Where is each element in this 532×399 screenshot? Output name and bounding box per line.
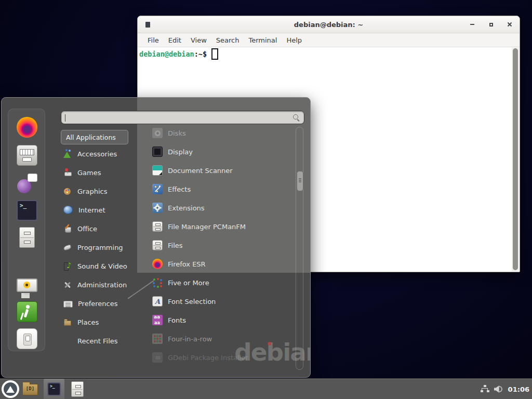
terminal-titlebar[interactable]: debian@debian: ~	[138, 16, 520, 33]
app-disks[interactable]: Disks	[137, 124, 296, 142]
font-selection-icon	[152, 296, 163, 307]
menu-button[interactable]	[2, 380, 19, 398]
category-administration[interactable]: Administration	[61, 275, 139, 294]
menu-search-input[interactable]	[61, 111, 292, 124]
terminal-icon	[47, 382, 61, 396]
file-manager-icon	[152, 221, 163, 232]
menu-help[interactable]: Help	[282, 34, 307, 47]
internet-icon	[63, 206, 73, 214]
favorites-panel	[8, 109, 45, 351]
log-out-icon[interactable]	[17, 301, 37, 322]
graphics-icon	[63, 187, 72, 196]
administration-icon	[63, 280, 72, 289]
sound-video-icon	[63, 261, 72, 271]
disks-icon	[152, 128, 163, 138]
category-places[interactable]: Places	[61, 313, 139, 331]
app-gdebi-package-installer[interactable]: GDebi Package Installer	[137, 348, 296, 367]
category-games[interactable]: Games	[61, 163, 139, 182]
four-in-a-row-icon	[152, 334, 163, 344]
menu-edit[interactable]: Edit	[164, 34, 186, 47]
pidgin-icon[interactable]	[17, 172, 37, 193]
taskbar-terminal-active[interactable]	[44, 379, 64, 399]
terminal-icon[interactable]	[17, 200, 37, 221]
category-programming[interactable]: Programming	[61, 238, 139, 257]
terminal-prompt: debian@debian:~$	[139, 48, 218, 60]
category-sound-video[interactable]: Sound & Video	[61, 257, 139, 275]
file-manager-icon[interactable]	[19, 227, 35, 248]
app-fonts[interactable]: Fonts	[137, 311, 296, 329]
app-display[interactable]: Display	[137, 142, 296, 161]
terminal-window-title: debian@debian: ~	[138, 21, 520, 29]
firefox-icon[interactable]	[17, 117, 37, 138]
games-icon	[63, 168, 72, 177]
menu-file[interactable]: File	[143, 34, 164, 47]
shut-down-icon[interactable]	[17, 328, 37, 349]
menu-search-box[interactable]	[61, 111, 304, 124]
document-scanner-icon	[152, 165, 163, 176]
desktop: debian@debian: ~ File Edit View Search T…	[0, 0, 532, 399]
app-files[interactable]: Files	[137, 236, 296, 255]
search-caret	[65, 114, 65, 122]
prompt-user-host: debian@debian	[139, 50, 194, 58]
app-font-selection[interactable]: Font Selection	[137, 292, 296, 311]
maximize-button[interactable]	[485, 19, 497, 30]
category-preferences[interactable]: Preferences	[61, 294, 139, 313]
files-icon	[152, 240, 163, 250]
application-list: Disks Display Document Scanner Effects E…	[137, 124, 296, 367]
volume-icon[interactable]	[494, 385, 503, 393]
category-list: Accessories Games Graphics Internet Offi…	[61, 144, 139, 350]
category-internet[interactable]: Internet	[61, 201, 139, 219]
category-accessories[interactable]: Accessories	[61, 144, 139, 163]
places-icon	[63, 317, 72, 327]
firefox-icon	[152, 259, 163, 269]
office-icon	[63, 224, 72, 233]
minimize-button[interactable]	[467, 19, 478, 30]
preferences-icon	[63, 301, 73, 308]
network-icon[interactable]	[481, 385, 489, 393]
folder-emblem: [D]	[23, 386, 37, 391]
effects-icon	[152, 184, 163, 194]
search-icon	[292, 113, 300, 122]
app-firefox-esr[interactable]: Firefox ESR	[137, 255, 296, 273]
menu-view[interactable]: View	[186, 34, 211, 47]
app-five-or-more[interactable]: Five or More	[137, 273, 296, 292]
app-file-manager-pcmanfm[interactable]: File Manager PCManFM	[137, 217, 296, 236]
category-recent-files[interactable]: Recent Files	[61, 331, 139, 350]
app-extensions[interactable]: Extensions	[137, 198, 296, 217]
clock[interactable]: 01:06	[508, 385, 529, 393]
terminal-menubar: File Edit View Search Terminal Help	[138, 33, 520, 47]
fonts-icon	[152, 315, 163, 325]
lock-screen-icon[interactable]	[17, 278, 37, 292]
display-icon	[152, 147, 163, 157]
gdebi-icon	[152, 352, 163, 363]
terminal-scrollbar-thumb[interactable]	[513, 48, 518, 270]
application-menu: debian All Applications Accessories	[1, 97, 311, 378]
package-manager-icon[interactable]	[17, 145, 37, 166]
app-document-scanner[interactable]: Document Scanner	[137, 161, 296, 180]
accessories-icon	[63, 149, 72, 158]
close-button[interactable]	[504, 19, 515, 30]
taskbar-file-manager-folder[interactable]: [D]	[22, 384, 38, 395]
category-office[interactable]: Office	[61, 219, 139, 238]
terminal-cursor	[211, 48, 218, 60]
menu-search[interactable]: Search	[211, 34, 244, 47]
app-effects[interactable]: Effects	[137, 180, 296, 198]
menu-terminal[interactable]: Terminal	[244, 34, 282, 47]
extensions-icon	[152, 203, 163, 213]
app-list-scrollbar[interactable]	[296, 127, 303, 370]
files-icon	[71, 381, 84, 397]
taskbar-files[interactable]	[71, 381, 84, 397]
system-tray: 01:06	[481, 379, 529, 399]
app-list-scrollbar-thumb[interactable]	[297, 171, 303, 191]
taskbar: [D] 01:06	[0, 378, 532, 399]
category-graphics[interactable]: Graphics	[61, 182, 139, 201]
prompt-suffix: :~$	[194, 50, 207, 58]
all-applications-button[interactable]: All Applications	[61, 130, 128, 144]
terminal-scrollbar[interactable]	[512, 48, 519, 271]
app-four-in-a-row[interactable]: Four-in-a-row	[137, 329, 296, 348]
five-or-more-icon	[152, 277, 163, 288]
programming-icon	[63, 243, 72, 252]
